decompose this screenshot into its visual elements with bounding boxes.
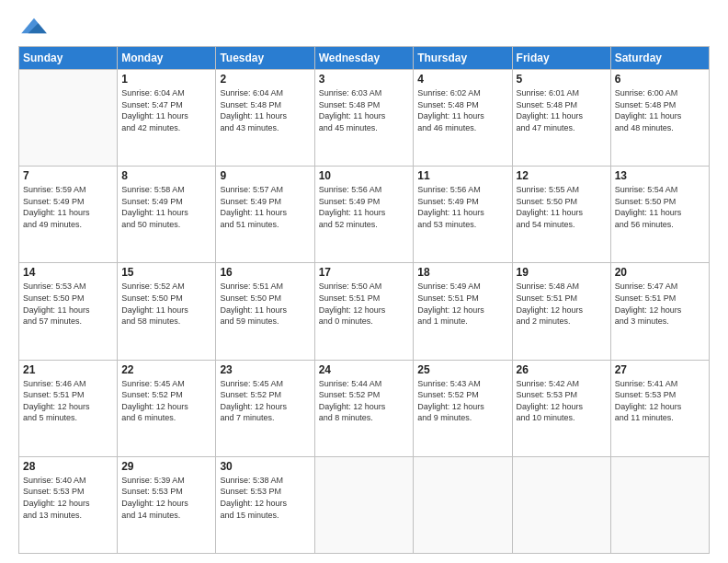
day-info: Sunrise: 6:01 AM Sunset: 5:48 PM Dayligh… [517,87,607,133]
day-number: 17 [319,266,410,279]
day-info: Sunrise: 5:40 AM Sunset: 5:53 PM Dayligh… [23,475,113,521]
day-number: 20 [615,266,705,279]
day-info: Sunrise: 5:46 AM Sunset: 5:51 PM Dayligh… [23,378,113,424]
day-info: Sunrise: 5:57 AM Sunset: 5:49 PM Dayligh… [220,184,310,230]
calendar-cell [610,456,709,553]
day-info: Sunrise: 5:51 AM Sunset: 5:50 PM Dayligh… [220,281,310,327]
calendar-week-5: 28Sunrise: 5:40 AM Sunset: 5:53 PM Dayli… [19,456,710,553]
day-number: 15 [121,266,211,279]
weekday-header-saturday: Saturday [610,47,709,70]
calendar-cell: 1Sunrise: 6:04 AM Sunset: 5:47 PM Daylig… [118,70,216,167]
calendar-cell [512,456,610,553]
day-info: Sunrise: 5:56 AM Sunset: 5:49 PM Dayligh… [319,184,410,230]
calendar-cell: 8Sunrise: 5:58 AM Sunset: 5:49 PM Daylig… [118,167,216,263]
calendar-week-3: 14Sunrise: 5:53 AM Sunset: 5:50 PM Dayli… [19,263,710,360]
day-number: 5 [517,73,607,86]
calendar-cell: 15Sunrise: 5:52 AM Sunset: 5:50 PM Dayli… [118,263,216,360]
calendar-week-1: 1Sunrise: 6:04 AM Sunset: 5:47 PM Daylig… [19,70,710,167]
day-number: 26 [517,363,607,376]
calendar-cell: 20Sunrise: 5:47 AM Sunset: 5:51 PM Dayli… [610,263,709,360]
calendar-body: 1Sunrise: 6:04 AM Sunset: 5:47 PM Daylig… [19,70,710,554]
calendar-cell: 21Sunrise: 5:46 AM Sunset: 5:51 PM Dayli… [19,360,118,456]
day-info: Sunrise: 5:41 AM Sunset: 5:53 PM Dayligh… [615,378,705,424]
calendar-cell [414,456,512,553]
day-info: Sunrise: 6:04 AM Sunset: 5:47 PM Dayligh… [121,87,211,133]
calendar-cell: 5Sunrise: 6:01 AM Sunset: 5:48 PM Daylig… [512,70,610,167]
logo-icon [21,17,47,37]
calendar-table: SundayMondayTuesdayWednesdayThursdayFrid… [18,46,710,554]
day-info: Sunrise: 5:58 AM Sunset: 5:49 PM Dayligh… [121,184,211,230]
day-info: Sunrise: 5:49 AM Sunset: 5:51 PM Dayligh… [417,281,507,327]
calendar-cell: 7Sunrise: 5:59 AM Sunset: 5:49 PM Daylig… [19,167,118,263]
day-number: 28 [23,460,113,473]
day-info: Sunrise: 6:03 AM Sunset: 5:48 PM Dayligh… [319,87,410,133]
calendar-header: SundayMondayTuesdayWednesdayThursdayFrid… [19,47,710,70]
day-info: Sunrise: 5:42 AM Sunset: 5:53 PM Dayligh… [517,378,607,424]
calendar-cell: 14Sunrise: 5:53 AM Sunset: 5:50 PM Dayli… [19,263,118,360]
calendar-cell: 28Sunrise: 5:40 AM Sunset: 5:53 PM Dayli… [19,456,118,553]
calendar-cell: 26Sunrise: 5:42 AM Sunset: 5:53 PM Dayli… [512,360,610,456]
weekday-header-friday: Friday [512,47,610,70]
calendar-cell: 4Sunrise: 6:02 AM Sunset: 5:48 PM Daylig… [414,70,512,167]
weekday-row: SundayMondayTuesdayWednesdayThursdayFrid… [19,47,710,70]
day-number: 23 [220,363,310,376]
day-info: Sunrise: 6:04 AM Sunset: 5:48 PM Dayligh… [220,87,310,133]
day-info: Sunrise: 5:38 AM Sunset: 5:53 PM Dayligh… [220,475,310,521]
day-number: 7 [23,169,113,182]
day-number: 11 [417,169,507,182]
day-info: Sunrise: 6:00 AM Sunset: 5:48 PM Dayligh… [615,87,705,133]
calendar-cell: 22Sunrise: 5:45 AM Sunset: 5:52 PM Dayli… [118,360,216,456]
day-number: 27 [615,363,705,376]
weekday-header-tuesday: Tuesday [216,47,314,70]
calendar-cell: 18Sunrise: 5:49 AM Sunset: 5:51 PM Dayli… [414,263,512,360]
day-number: 3 [319,73,410,86]
day-number: 19 [517,266,607,279]
calendar-cell: 9Sunrise: 5:57 AM Sunset: 5:49 PM Daylig… [216,167,314,263]
weekday-header-wednesday: Wednesday [314,47,414,70]
calendar-cell: 24Sunrise: 5:44 AM Sunset: 5:52 PM Dayli… [314,360,414,456]
day-info: Sunrise: 5:53 AM Sunset: 5:50 PM Dayligh… [23,281,113,327]
day-number: 30 [220,460,310,473]
page: SundayMondayTuesdayWednesdayThursdayFrid… [0,0,728,563]
day-number: 25 [417,363,507,376]
day-number: 24 [319,363,410,376]
day-info: Sunrise: 5:45 AM Sunset: 5:52 PM Dayligh… [121,378,211,424]
day-info: Sunrise: 5:50 AM Sunset: 5:51 PM Dayligh… [319,281,410,327]
calendar-cell: 27Sunrise: 5:41 AM Sunset: 5:53 PM Dayli… [610,360,709,456]
calendar-cell: 2Sunrise: 6:04 AM Sunset: 5:48 PM Daylig… [216,70,314,167]
calendar-cell: 23Sunrise: 5:45 AM Sunset: 5:52 PM Dayli… [216,360,314,456]
header [18,17,710,37]
calendar-cell: 10Sunrise: 5:56 AM Sunset: 5:49 PM Dayli… [314,167,414,263]
calendar-cell: 3Sunrise: 6:03 AM Sunset: 5:48 PM Daylig… [314,70,414,167]
day-number: 29 [121,460,211,473]
day-info: Sunrise: 5:44 AM Sunset: 5:52 PM Dayligh… [319,378,410,424]
day-number: 10 [319,169,410,182]
calendar-cell [314,456,414,553]
calendar-cell: 25Sunrise: 5:43 AM Sunset: 5:52 PM Dayli… [414,360,512,456]
calendar-cell: 29Sunrise: 5:39 AM Sunset: 5:53 PM Dayli… [118,456,216,553]
day-number: 21 [23,363,113,376]
day-number: 13 [615,169,705,182]
calendar-cell: 12Sunrise: 5:55 AM Sunset: 5:50 PM Dayli… [512,167,610,263]
day-info: Sunrise: 5:39 AM Sunset: 5:53 PM Dayligh… [121,475,211,521]
calendar-cell: 11Sunrise: 5:56 AM Sunset: 5:49 PM Dayli… [414,167,512,263]
calendar-cell: 17Sunrise: 5:50 AM Sunset: 5:51 PM Dayli… [314,263,414,360]
weekday-header-thursday: Thursday [414,47,512,70]
calendar-cell [19,70,118,167]
calendar-cell: 6Sunrise: 6:00 AM Sunset: 5:48 PM Daylig… [610,70,709,167]
day-number: 8 [121,169,211,182]
calendar-week-2: 7Sunrise: 5:59 AM Sunset: 5:49 PM Daylig… [19,167,710,263]
day-number: 1 [121,73,211,86]
day-number: 9 [220,169,310,182]
day-number: 4 [417,73,507,86]
day-number: 2 [220,73,310,86]
day-number: 12 [517,169,607,182]
day-info: Sunrise: 5:55 AM Sunset: 5:50 PM Dayligh… [517,184,607,230]
calendar-cell: 30Sunrise: 5:38 AM Sunset: 5:53 PM Dayli… [216,456,314,553]
day-number: 16 [220,266,310,279]
day-info: Sunrise: 5:47 AM Sunset: 5:51 PM Dayligh… [615,281,705,327]
day-number: 18 [417,266,507,279]
day-info: Sunrise: 5:52 AM Sunset: 5:50 PM Dayligh… [121,281,211,327]
day-info: Sunrise: 5:45 AM Sunset: 5:52 PM Dayligh… [220,378,310,424]
day-info: Sunrise: 5:43 AM Sunset: 5:52 PM Dayligh… [417,378,507,424]
